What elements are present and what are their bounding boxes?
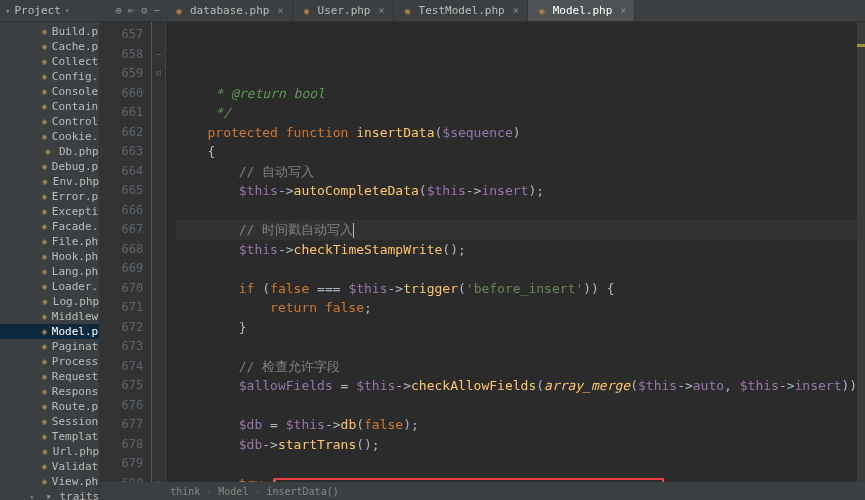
code-line[interactable]: protected function insertData($sequence)	[176, 123, 865, 143]
tree-item-Env-php[interactable]: ◉Env.php	[0, 174, 99, 189]
close-icon[interactable]: ×	[513, 5, 519, 16]
tree-item-Loader-php[interactable]: ◉Loader.php	[0, 279, 99, 294]
code-line[interactable]	[176, 396, 865, 416]
hide-icon[interactable]: −	[153, 4, 160, 17]
tree-item-Url-php[interactable]: ◉Url.php	[0, 444, 99, 459]
code-area[interactable]: * @return bool */ protected function ins…	[166, 22, 865, 482]
fold-marker[interactable]	[152, 415, 165, 435]
tree-item-Log-php[interactable]: ◉Log.php	[0, 294, 99, 309]
fold-marker[interactable]	[152, 25, 165, 45]
tree-item-Hook-php[interactable]: ◉Hook.php	[0, 249, 99, 264]
tree-item-Template-php[interactable]: ◉Template.php	[0, 429, 99, 444]
tab-database-php[interactable]: ◉database.php×	[165, 0, 293, 21]
code-line[interactable]: // 时间戳自动写入	[176, 220, 865, 240]
code-line[interactable]: $this->autoCompleteData($this->insert);	[176, 181, 865, 201]
tree-item-Cookie-php[interactable]: ◉Cookie.php	[0, 129, 99, 144]
tree-item-Validate-php[interactable]: ◉Validate.php	[0, 459, 99, 474]
tree-item-Exception-php[interactable]: ◉Exception.php	[0, 204, 99, 219]
code-line[interactable]	[176, 259, 865, 279]
fold-marker[interactable]	[152, 259, 165, 279]
fold-marker[interactable]: ⊕	[152, 474, 165, 483]
tab-User-php[interactable]: ◉User.php×	[293, 0, 394, 21]
fold-marker[interactable]	[152, 337, 165, 357]
tree-item-Middleware-php[interactable]: ◉Middleware.php	[0, 309, 99, 324]
fold-marker[interactable]	[152, 201, 165, 221]
code-line[interactable]: // 检查允许字段	[176, 357, 865, 377]
tree-item-traits[interactable]: ▸▪traits	[0, 489, 99, 500]
tree-item-Db-php[interactable]: ◉Db.php	[0, 144, 99, 159]
target-icon[interactable]: ⊕	[116, 4, 123, 17]
fold-marker[interactable]	[152, 357, 165, 377]
tree-item-Cache-php[interactable]: ◉Cache.php	[0, 39, 99, 54]
fold-marker[interactable]	[152, 435, 165, 455]
code-line[interactable]	[176, 337, 865, 357]
fold-marker[interactable]	[152, 181, 165, 201]
code-line[interactable]: $this->checkTimeStampWrite();	[176, 240, 865, 260]
tree-item-Console-php[interactable]: ◉Console.php	[0, 84, 99, 99]
code-line[interactable]: if (false === $this->trigger('before_ins…	[176, 279, 865, 299]
tree-item-Model-php[interactable]: ◉Model.php	[0, 324, 99, 339]
fold-marker[interactable]	[152, 279, 165, 299]
tab-TestModel-php[interactable]: ◉TestModel.php×	[394, 0, 528, 21]
breadcrumb-bar[interactable]: think › Model › insertData()	[100, 482, 865, 500]
tree-item-Config-php[interactable]: ◉Config.php	[0, 69, 99, 84]
fold-marker[interactable]	[152, 103, 165, 123]
fold-marker[interactable]	[152, 376, 165, 396]
fold-marker[interactable]	[152, 454, 165, 474]
fold-marker[interactable]	[152, 123, 165, 143]
tree-item-Collection-php[interactable]: ◉Collection.php	[0, 54, 99, 69]
code-line[interactable]	[176, 201, 865, 221]
code-editor[interactable]: 6576586596606616626636646656666676686696…	[100, 22, 865, 482]
tree-item-Process-php[interactable]: ◉Process.php	[0, 354, 99, 369]
expand-arrow-icon[interactable]: ▸	[30, 492, 38, 500]
tree-item-Response-php[interactable]: ◉Response.php	[0, 384, 99, 399]
fold-marker[interactable]	[152, 142, 165, 162]
tree-item-Paginator-php[interactable]: ◉Paginator.php	[0, 339, 99, 354]
code-line[interactable]: $allowFields = $this->checkAllowFields(a…	[176, 376, 865, 396]
breadcrumb-segment[interactable]: Model	[218, 486, 248, 497]
tree-item-View-php[interactable]: ◉View.php	[0, 474, 99, 489]
close-icon[interactable]: ×	[379, 5, 385, 16]
fold-marker[interactable]: −	[152, 45, 165, 65]
tree-item-Route-php[interactable]: ◉Route.php	[0, 399, 99, 414]
tree-item-Build-php[interactable]: ◉Build.php	[0, 24, 99, 39]
code-line[interactable]: $db->startTrans();	[176, 435, 865, 455]
breadcrumb-segment[interactable]: think	[170, 486, 200, 497]
project-sidebar[interactable]: ◉Build.php◉Cache.php◉Collection.php◉Conf…	[0, 22, 100, 500]
tree-item-Request-php[interactable]: ◉Request.php	[0, 369, 99, 384]
code-line[interactable]: }	[176, 318, 865, 338]
gear-icon[interactable]: ⚙	[141, 4, 148, 17]
fold-marker[interactable]	[152, 396, 165, 416]
mini-map[interactable]	[857, 22, 865, 482]
collapse-icon[interactable]: ⇤	[128, 4, 135, 17]
tree-item-Container-php[interactable]: ◉Container.php	[0, 99, 99, 114]
tree-item-Facade-php[interactable]: ◉Facade.php	[0, 219, 99, 234]
fold-marker[interactable]	[152, 298, 165, 318]
code-line[interactable]: * @return bool	[176, 84, 865, 104]
code-line[interactable]: {	[176, 142, 865, 162]
project-dropdown-icon[interactable]: ▾	[65, 6, 70, 15]
tree-item-Error-php[interactable]: ◉Error.php	[0, 189, 99, 204]
close-icon[interactable]: ×	[277, 5, 283, 16]
code-line[interactable]: */	[176, 103, 865, 123]
tree-item-Debug-php[interactable]: ◉Debug.php	[0, 159, 99, 174]
code-line[interactable]	[176, 454, 865, 474]
fold-marker[interactable]	[152, 84, 165, 104]
fold-marker[interactable]	[152, 162, 165, 182]
tree-item-Session-php[interactable]: ◉Session.php	[0, 414, 99, 429]
code-line[interactable]: return false;	[176, 298, 865, 318]
code-line[interactable]: $db = $this->db(false);	[176, 415, 865, 435]
code-line[interactable]: // 自动写入	[176, 162, 865, 182]
fold-marker[interactable]	[152, 220, 165, 240]
code-line[interactable]: try {	[176, 474, 865, 483]
fold-column[interactable]: −⊟ ⊕	[152, 22, 166, 482]
fold-marker[interactable]	[152, 318, 165, 338]
project-collapse-icon[interactable]: ▾	[5, 6, 10, 16]
breadcrumb-segment[interactable]: insertData()	[266, 486, 338, 497]
tab-Model-php[interactable]: ◉Model.php×	[528, 0, 636, 21]
fold-marker[interactable]	[152, 240, 165, 260]
tree-item-Controller-php[interactable]: ◉Controller.php	[0, 114, 99, 129]
fold-marker[interactable]: ⊟	[152, 64, 165, 84]
tree-item-Lang-php[interactable]: ◉Lang.php	[0, 264, 99, 279]
close-icon[interactable]: ×	[620, 5, 626, 16]
